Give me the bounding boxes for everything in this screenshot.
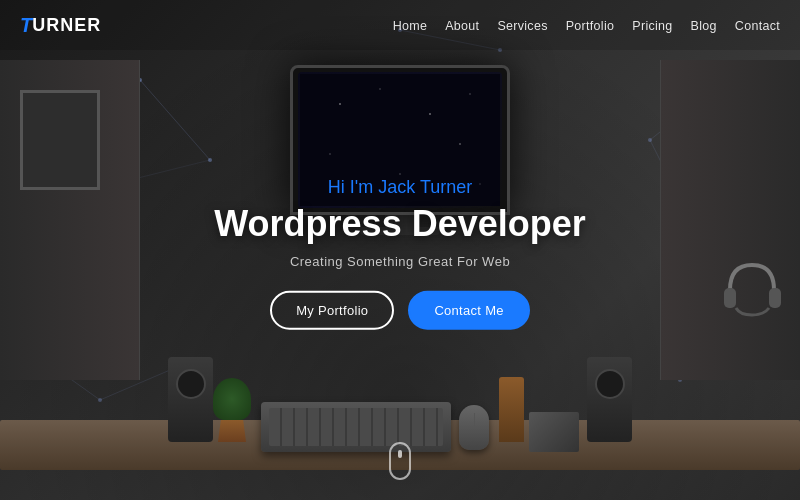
nav-link-pricing[interactable]: Pricing: [632, 19, 672, 33]
svg-line-20: [140, 80, 210, 160]
hero-subtitle: Hi I'm Jack Turner: [200, 177, 600, 198]
nav-item-blog[interactable]: Blog: [691, 16, 717, 34]
hero-buttons: My Portfolio Contact Me: [200, 290, 600, 329]
nav-item-portfolio[interactable]: Portfolio: [566, 16, 615, 34]
nav-link-home[interactable]: Home: [393, 19, 428, 33]
keyboard: [261, 402, 451, 452]
nav-item-services[interactable]: Services: [497, 16, 547, 34]
contact-button[interactable]: Contact Me: [408, 290, 529, 329]
nav-link-about[interactable]: About: [445, 19, 479, 33]
navbar: T URNER Home About Services Portfolio Pr…: [0, 0, 800, 50]
nav-link-services[interactable]: Services: [497, 19, 547, 33]
hero-description: Creating Something Great For Web: [200, 253, 600, 268]
wall-frame-decoration: [20, 90, 100, 190]
nav-item-contact[interactable]: Contact: [735, 16, 780, 34]
nav-item-pricing[interactable]: Pricing: [632, 16, 672, 34]
scroll-dot: [398, 450, 402, 458]
speaker-right: [587, 357, 632, 442]
svg-point-41: [459, 143, 461, 145]
headphone-icon: [720, 260, 785, 320]
svg-rect-34: [724, 288, 736, 308]
hero-title: Wordpress Developer: [200, 204, 600, 244]
logo-t-letter: T: [20, 14, 32, 37]
svg-point-39: [429, 113, 431, 115]
nav-link-blog[interactable]: Blog: [691, 19, 717, 33]
portfolio-button[interactable]: My Portfolio: [270, 290, 394, 329]
wall-right: [660, 60, 800, 380]
svg-rect-35: [769, 288, 781, 308]
nav-link-contact[interactable]: Contact: [735, 19, 780, 33]
plant: [213, 378, 251, 442]
svg-point-40: [469, 93, 471, 95]
mouse: [459, 405, 489, 450]
svg-point-43: [399, 173, 401, 175]
logo-rest-text: URNER: [32, 15, 101, 36]
svg-point-37: [339, 103, 341, 105]
svg-point-38: [379, 88, 381, 90]
svg-point-42: [329, 153, 331, 155]
logo: T URNER: [20, 14, 101, 37]
wall-left: [0, 60, 140, 380]
nav-item-about[interactable]: About: [445, 16, 479, 34]
svg-point-2: [208, 158, 212, 162]
hero-content: Hi I'm Jack Turner Wordpress Developer C…: [200, 177, 600, 330]
nav-link-portfolio[interactable]: Portfolio: [566, 19, 615, 33]
scroll-indicator: [389, 442, 411, 480]
notebook: [529, 412, 579, 452]
svg-point-9: [648, 138, 652, 142]
speaker-left: [168, 357, 213, 442]
nav-links: Home About Services Portfolio Pricing Bl…: [393, 16, 780, 34]
cylinder-right-1: [499, 377, 524, 442]
nav-item-home[interactable]: Home: [393, 16, 428, 34]
hero-section: T URNER Home About Services Portfolio Pr…: [0, 0, 800, 500]
